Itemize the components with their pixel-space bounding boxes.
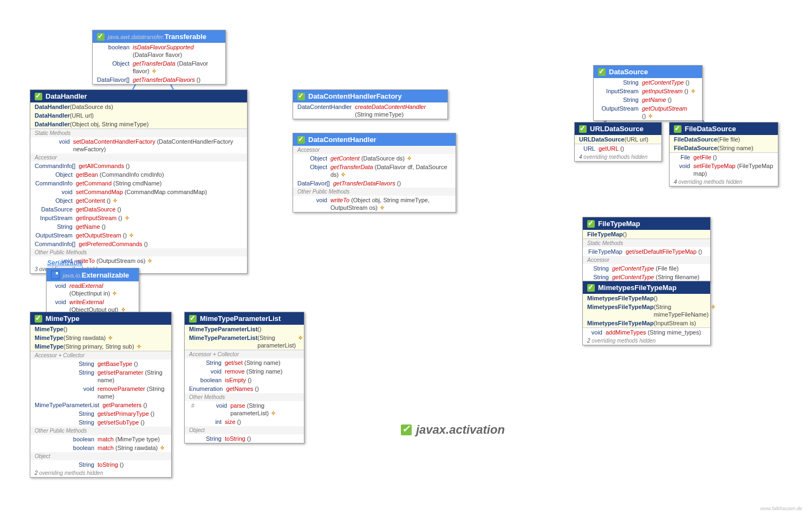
ctor-row: MimeTypeParameterList () (185, 325, 304, 333)
class-ftm: FileTypeMap FileTypeMap () Static Method… (582, 217, 711, 282)
method-row: StringgetContentType (String filename) (583, 273, 710, 281)
method-row: voidreadExternal (ObjectInput in)✧ (47, 281, 139, 298)
class-mimetype: MimeType MimeType ()MimeType (String raw… (30, 312, 172, 478)
method-row: Stringget/setParameter (String name) (30, 368, 171, 384)
header: DataHandler (30, 90, 247, 102)
title: FileTypeMap (598, 220, 640, 228)
check-icon (587, 220, 595, 228)
header: URLDataSource (575, 123, 661, 135)
lbl: Other Methods (185, 393, 304, 401)
title: DataContentHandler (308, 136, 376, 144)
check-icon (297, 136, 305, 144)
header: MimeType (30, 312, 171, 325)
method-row: StringgetBaseType () (30, 359, 171, 368)
header: java.io.Externalizable (47, 268, 139, 281)
method-row: FileTypeMapget/setDefaultFileTypeMap () (583, 247, 710, 256)
serializable-link[interactable]: Serializable (47, 259, 83, 267)
lbl: Accessor + Collector (185, 350, 304, 358)
ctor-row: MimeType (String rawdata)✧ (30, 333, 171, 342)
title: DataSource (609, 68, 648, 76)
title: MimeTypeParameterList (200, 314, 281, 323)
header: DataContentHandler (293, 133, 456, 146)
method-row: InputStreamgetInputStream ()✧ (594, 87, 702, 95)
method-row: voidremoveParameter (String name) (30, 384, 171, 401)
method-row: OutputStreamgetOutputStream ()✧ (594, 104, 702, 120)
ctor-row: MimetypesFileTypeMap (String mimeTypeFil… (583, 303, 710, 319)
check-icon (35, 315, 42, 323)
method-row: voidremove (String name) (185, 367, 304, 376)
ctor-row: URLDataSource (URL url) (575, 135, 661, 144)
method-row: booleanmatch (MimeType type) (30, 435, 171, 443)
header: DataSource (594, 66, 702, 78)
method-row: ObjectgetBean (CommandInfo cmdInfo) (30, 170, 247, 179)
ctor-row: MimetypesFileTypeMap () (583, 294, 710, 303)
header: java.awt.datatransfer.Transferable (93, 30, 225, 43)
title: DataContentHandlerFactory (308, 92, 402, 100)
method-row: DataFlavor[]getTransferDataFlavors () (293, 179, 456, 188)
ctor-row: FileDataSource (String name) (670, 144, 778, 152)
method-row: StringgetName () (30, 222, 247, 231)
ctors: DataHandler (DataSource ds)DataHandler (… (30, 102, 247, 128)
title: Transferable (165, 33, 206, 41)
method-row: StringgetName () (594, 95, 702, 104)
lbl: Object (30, 452, 171, 460)
method-row: OutputStreamgetOutputStream ()✧ (30, 231, 247, 240)
method-row: voidaddMimeTypes (String mime_types) (583, 328, 710, 337)
class-mtpl: MimeTypeParameterList MimeTypeParameterL… (184, 312, 304, 443)
package-title: javax.activation (401, 423, 505, 437)
title: Externalizable (82, 271, 129, 279)
method-row: voidsetCommandMap (CommandMap commandMap… (30, 188, 247, 196)
method-row: DataSourcegetDataSource () (30, 205, 247, 214)
lbl-static: Static Methods (30, 129, 247, 137)
title: URLDataSource (590, 125, 644, 133)
check-icon (598, 68, 606, 76)
ctor-row: FileTypeMap () (583, 230, 710, 239)
class-datahandler: DataHandler DataHandler (DataSource ds)D… (30, 89, 248, 274)
rows: booleanisDataFlavorSupported (DataFlavor… (93, 43, 225, 84)
method-row: StringgetContentType (File file) (583, 264, 710, 273)
class-dchf: DataContentHandlerFactory DataContentHan… (293, 89, 448, 119)
title: FileDataSource (685, 125, 736, 133)
lbl-acc: Accessor (293, 146, 456, 154)
ctor-row: MimeType (String primary, String sub)✧ (30, 342, 171, 351)
method-row: Stringget/setPrimaryType () (30, 409, 171, 418)
method-row: ObjectgetTransferData (DataFlavor flavor… (93, 59, 225, 75)
lbl: Accessor + Collector (30, 351, 171, 359)
method-row: CommandInfogetCommand (String cmdName) (30, 179, 247, 188)
title: MimetypesFileTypeMap (598, 284, 677, 292)
method-row: MimeTypeParameterListgetParameters () (30, 401, 171, 409)
method-row: Stringget/set (String name) (185, 358, 304, 367)
method-row: voidsetFileTypeMap (FileTypeMap map) (670, 162, 778, 178)
check-icon (401, 424, 412, 435)
ctor-row: DataHandler (Object obj, String mimeType… (30, 120, 247, 128)
lbl: Other Public Methods (30, 427, 171, 435)
lbl-other: Other Public Methods (293, 188, 456, 196)
ctor-row: MimeType () (30, 325, 171, 333)
title: MimeType (46, 314, 80, 323)
hidden: 4 overriding methods hidden (575, 153, 661, 161)
lbl: Static Methods (583, 239, 710, 247)
check-icon (35, 93, 42, 100)
ctor-row: MimetypesFileTypeMap (InputStream is) (583, 319, 710, 327)
header: MimetypesFileTypeMap (583, 281, 710, 294)
check-icon (297, 93, 305, 100)
header: FileDataSource (670, 123, 778, 135)
ctor-row: FileDataSource (File file) (670, 135, 778, 144)
hidden: 2 overriding methods hidden (583, 337, 710, 345)
lbl-other: Other Public Methods (30, 248, 247, 256)
method-row: voidsetDataContentHandlerFactory (DataCo… (30, 137, 247, 153)
method-row: CommandInfo[]getAllCommands () (30, 162, 247, 170)
disk-icon (51, 271, 60, 279)
method-row: StringgetContentType () (594, 78, 702, 87)
pkg: java.io. (63, 272, 82, 279)
class-fileds: FileDataSource FileDataSource (File file… (669, 122, 778, 186)
lbl: Object (185, 426, 304, 434)
method-row: intsize () (185, 417, 304, 426)
check-icon (587, 284, 595, 292)
ctor-row: DataHandler (DataSource ds) (30, 102, 247, 111)
header: MimeTypeParameterList (185, 312, 304, 325)
class-dch: DataContentHandler AccessorObjectgetCont… (293, 133, 456, 213)
method-row: ObjectgetTransferData (DataFlavor df, Da… (293, 163, 456, 179)
title: DataHandler (46, 92, 87, 100)
method-row: StringtoString () (185, 434, 304, 443)
